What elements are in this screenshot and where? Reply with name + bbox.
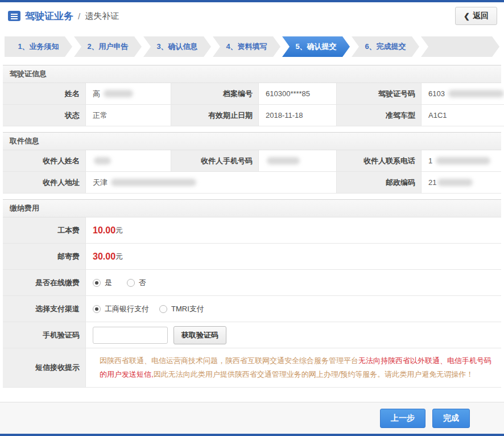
postage-fee-value: 30.00元 (86, 244, 501, 270)
title-wrap: 驾驶证业务 / 遗失补证 (8, 10, 119, 23)
captcha-row: 获取验证码 (86, 322, 501, 348)
fees-section-title: 缴纳费用 (3, 199, 501, 217)
status-value: 正常 (86, 105, 171, 126)
vehicle-class-label: 准驾车型 (337, 105, 422, 126)
vehicle-class-value: A1C1 (422, 105, 504, 126)
breadcrumb-current: 遗失补证 (85, 11, 119, 22)
postage-fee-amount: 30.00 (93, 252, 115, 262)
previous-step-button[interactable]: 上一步 (380, 409, 425, 428)
radio-option-tmri-label: TMRI支付 (171, 304, 204, 314)
redacted-blur (104, 90, 133, 97)
finish-button[interactable]: 完成 (432, 409, 470, 428)
step-5-label: 5、确认提交 (295, 42, 336, 52)
fees-table: 工本费 10.00元 邮寄费 30.00元 是否在线缴费 是 否 选择支付渠道 … (3, 217, 501, 388)
captcha-input[interactable] (93, 327, 168, 344)
back-button-label: 返回 (473, 11, 489, 21)
section-license-info: 驾驶证信息 姓名 高 档案编号 610300****85 驾驶证号码 6103 … (3, 65, 501, 126)
radio-option-icbc[interactable]: 工商银行支付 (93, 304, 149, 314)
step-5-confirm-submit-active[interactable]: 5、确认提交 (282, 36, 350, 57)
captcha-label: 手机验证码 (3, 322, 86, 348)
back-chevron-icon: ❮ (464, 12, 470, 20)
radio-unchecked-icon[interactable] (159, 305, 167, 313)
step-bar-filler (421, 36, 499, 57)
step-1-notice[interactable]: 1、业务须知 (5, 36, 72, 57)
sms-notice-text: 因陕西省联通、电信运营商技术问题，陕西省互联网交通安全综合服务管理平台无法向持陕… (86, 348, 501, 388)
redacted-blur (267, 157, 300, 164)
back-button[interactable]: ❮ 返回 (455, 7, 497, 25)
step-bar: 1、业务须知 2、用户申告 3、确认信息 4、资料填写 5、确认提交 6、完成提… (5, 36, 499, 57)
radio-checked-icon[interactable] (93, 305, 101, 313)
radio-option-icbc-label: 工商银行支付 (105, 304, 149, 314)
address-value: 天津 (86, 172, 337, 194)
name-label: 姓名 (3, 83, 86, 105)
pickup-section-title: 取件信息 (3, 132, 501, 150)
step-6-label: 6、完成提交 (365, 42, 406, 52)
expiry-label: 有效期止日期 (171, 105, 259, 126)
step-4-label: 4、资料填写 (226, 42, 267, 52)
step-4-fill-data[interactable]: 4、资料填写 (213, 36, 280, 57)
main-content: 驾驶证信息 姓名 高 档案编号 610300****85 驾驶证号码 6103 … (0, 57, 504, 388)
radio-option-no-label: 否 (139, 278, 146, 288)
license-table: 姓名 高 档案编号 610300****85 驾驶证号码 6103 状态 正常 … (3, 83, 501, 126)
redacted-blur (94, 157, 111, 164)
production-fee-label: 工本费 (3, 217, 86, 244)
sms-notice-part3: 因此无法向此类用户提供陕西省交通管理业务的网上办理/预约等服务。请此类用户避免无… (154, 370, 474, 379)
redacted-blur (436, 157, 490, 164)
radio-unchecked-icon[interactable] (127, 279, 135, 287)
production-fee-unit: 元 (115, 225, 123, 236)
status-label: 状态 (3, 105, 86, 126)
recipient-mobile-label: 收件人手机号码 (171, 150, 259, 172)
license-no-label: 驾驶证号码 (337, 83, 422, 105)
recipient-phone-value: 1 (422, 150, 501, 172)
pickup-table: 收件人姓名 收件人手机号码 收件人联系电话 1 收件人地址 天津 邮政编码 21 (3, 150, 501, 194)
online-pay-options: 是 否 (86, 270, 501, 296)
name-value: 高 (86, 83, 171, 105)
bottom-accent-strip (0, 434, 504, 436)
archive-no-value: 610300****85 (259, 83, 337, 105)
recipient-phone-label: 收件人联系电话 (337, 150, 422, 172)
recipient-name-label: 收件人姓名 (3, 150, 86, 172)
redacted-blur (111, 179, 196, 186)
postage-fee-unit: 元 (115, 252, 123, 262)
list-icon (8, 11, 20, 21)
online-pay-label: 是否在线缴费 (3, 270, 86, 296)
get-captcha-button[interactable]: 获取验证码 (173, 326, 226, 344)
sms-notice-label: 短信接收提示 (3, 348, 86, 388)
license-no-value: 6103 (422, 83, 504, 105)
production-fee-amount: 10.00 (93, 225, 115, 236)
step-2-label: 2、用户申告 (87, 42, 128, 52)
step-3-label: 3、确认信息 (156, 42, 197, 52)
section-pickup-info: 取件信息 收件人姓名 收件人手机号码 收件人联系电话 1 收件人地址 天津 邮政… (3, 132, 501, 194)
radio-option-no[interactable]: 否 (127, 278, 146, 288)
step-6-complete[interactable]: 6、完成提交 (352, 36, 419, 57)
radio-option-yes[interactable]: 是 (93, 278, 112, 288)
redacted-blur (437, 179, 473, 186)
redacted-blur (448, 90, 504, 97)
expiry-value: 2018-11-18 (259, 105, 337, 126)
section-fees: 缴纳费用 工本费 10.00元 邮寄费 30.00元 是否在线缴费 是 否 选择… (3, 199, 501, 388)
footer-action-bar: 上一步 完成 (0, 402, 504, 434)
license-section-title: 驾驶证信息 (3, 65, 501, 83)
postage-fee-label: 邮寄费 (3, 244, 86, 270)
archive-no-label: 档案编号 (171, 83, 259, 105)
recipient-name-value (86, 150, 171, 172)
step-3-confirm-info[interactable]: 3、确认信息 (143, 36, 211, 57)
recipient-mobile-value (259, 150, 337, 172)
pay-channel-options: 工商银行支付 TMRI支付 (86, 296, 501, 322)
postcode-label: 邮政编码 (337, 172, 422, 194)
radio-checked-icon[interactable] (93, 279, 101, 287)
pay-channel-label: 选择支付渠道 (3, 296, 86, 322)
page-title: 驾驶证业务 (25, 10, 73, 23)
step-1-label: 1、业务须知 (18, 42, 59, 52)
radio-option-yes-label: 是 (105, 278, 112, 288)
postcode-value: 21 (422, 172, 501, 194)
step-2-declare[interactable]: 2、用户申告 (74, 36, 142, 57)
breadcrumb-separator: / (78, 11, 80, 21)
page-header: 驾驶证业务 / 遗失补证 ❮ 返回 (0, 2, 504, 30)
production-fee-value: 10.00元 (86, 217, 501, 244)
address-label: 收件人地址 (3, 172, 86, 194)
radio-option-tmri[interactable]: TMRI支付 (159, 304, 204, 314)
sms-notice-part1: 因陕西省联通、电信运营商技术问题，陕西省互联网交通安全综合服务管理平台 (100, 356, 358, 365)
